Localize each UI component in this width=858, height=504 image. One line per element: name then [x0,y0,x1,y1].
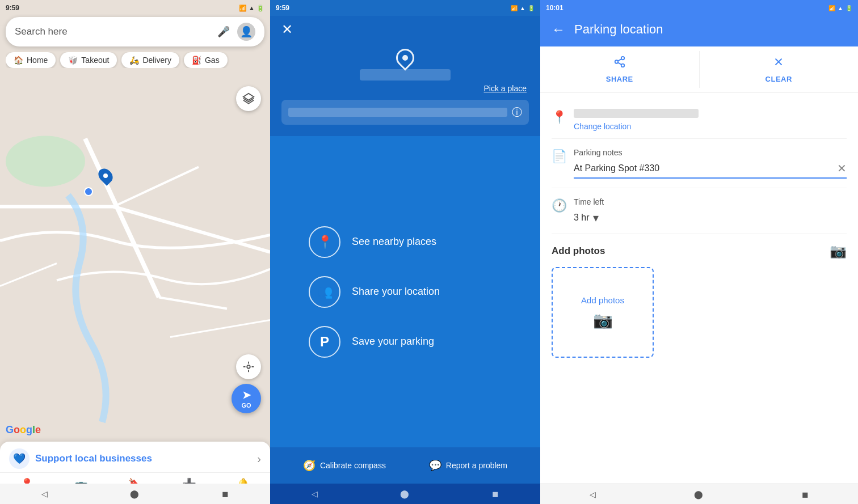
status-icons-1: 📶 ▲ 🔋 [239,5,264,12]
svg-point-10 [247,365,250,369]
search-placeholder: Search here [15,26,210,37]
location-marker-icon: 📍 [552,110,567,125]
svg-line-14 [618,62,621,65]
mic-icon[interactable]: 🎤 [216,24,232,40]
location-pin-icon [392,45,418,70]
svg-point-12 [615,60,619,63]
notes-clear-icon[interactable]: ✕ [837,162,847,175]
support-icon: 💙 [9,448,30,469]
layer-button[interactable] [236,86,261,111]
pill-delivery[interactable]: 🛵 Delivery [121,52,179,68]
back-button[interactable]: ← [552,22,565,37]
status-bar-1: 9:59 📶 ▲ 🔋 [0,0,270,16]
screen1-maps-explore: 9:59 📶 ▲ 🔋 [0,0,270,504]
support-banner[interactable]: 💙 Support local businesses › [0,442,270,476]
pill-gas[interactable]: ⛽ Gas [184,52,228,68]
pill-home[interactable]: 🏠 Home [6,52,56,68]
pick-a-place-row: Pick a place [281,84,529,93]
parking-notes-row: 📄 Parking notes At Parking Spot #330 ✕ [552,139,847,188]
screen2-actions: 📍 See nearby places 👥 Share your locatio… [270,136,540,447]
share-circle: 👥 [309,276,340,308]
user-avatar[interactable]: 👤 [237,23,255,41]
notes-input[interactable]: At Parking Spot #330 [574,163,837,173]
svg-point-1 [6,136,85,187]
parking-icon: P [320,334,329,350]
time-value: 3 hr [574,213,590,223]
share-people-icon: 👥 [317,285,333,299]
location-input-blurred [288,108,507,117]
parking-location-row: 📍 Change location [552,102,847,139]
share-action-item[interactable]: SHARE [540,46,699,92]
location-input-row[interactable]: ⓘ [281,100,529,125]
close-button[interactable]: ✕ [281,22,293,37]
system-nav-2: ◁ ⬤ ◼ [270,484,540,504]
nearby-label: See nearby places [352,236,436,248]
clock-icon: 🕐 [552,198,567,213]
parking-circle: P [309,326,340,358]
system-nav-1: ◁ ⬤ ◼ [0,484,270,504]
dropdown-arrow-icon[interactable]: ▾ [593,211,599,225]
action-share-location[interactable]: 👥 Share your location [309,276,502,308]
action-nearby[interactable]: 📍 See nearby places [309,226,502,258]
report-icon: 💬 [429,459,441,472]
screen2-top-panel: ✕ Pick a place ⓘ [270,16,540,136]
notes-label: Parking notes [574,148,847,157]
parking-photos-row: Add photos 📷 Add photos 📷 [552,234,847,367]
recent-system-btn[interactable]: ◼ [222,489,229,498]
report-action[interactable]: 💬 Report a problem [429,459,507,472]
share-icon [613,56,626,71]
svg-line-15 [618,59,621,61]
home-system-btn-3[interactable]: ⬤ [694,490,703,499]
location-name-blurred [360,69,451,81]
info-icon[interactable]: ⓘ [512,105,522,119]
svg-point-11 [621,57,625,60]
notes-icon: 📄 [552,149,567,164]
support-title: Support local businesses [35,453,152,464]
calibrate-action[interactable]: 🧭 Calibrate compass [303,459,386,472]
recent-system-btn-3[interactable]: ◼ [802,490,809,499]
location-button[interactable] [236,354,261,379]
svg-rect-0 [0,26,270,479]
screen2-location-panel: 9:59 📶 ▲ 🔋 ✕ Pick a place ⓘ [270,0,540,504]
pick-a-place-link[interactable]: Pick a place [484,84,527,93]
share-label: Share your location [352,286,440,298]
back-system-btn-3[interactable]: ◁ [590,490,596,499]
search-input-container[interactable]: Search here 🎤 👤 [6,17,264,46]
parking-header: ← Parking location [540,16,858,46]
back-system-btn[interactable]: ◁ [41,489,48,498]
parking-content: 📍 Change location 📄 Parking notes At Par… [540,93,858,484]
home-system-btn-2[interactable]: ⬤ [400,489,409,498]
add-photos-label: Add photos [581,295,624,305]
svg-point-13 [621,64,625,67]
google-logo: Google [6,424,41,436]
location-pin-container [281,44,529,69]
recent-system-btn-2[interactable]: ◼ [492,489,499,498]
add-photos-camera-icon: 📷 [593,311,613,329]
current-location-pin [84,187,93,196]
pill-takeout[interactable]: 🥡 Takeout [60,52,117,68]
screen3-parking: 10:01 📶 ▲ 🔋 ← Parking location SHARE [540,0,858,504]
clear-action-item[interactable]: CLEAR [700,46,859,92]
action-save-parking[interactable]: P Save your parking [309,326,502,358]
chevron-right-icon: › [257,452,261,465]
screen2-bottom-bar: 🧭 Calibrate compass 💬 Report a problem [270,447,540,484]
parking-time-row: 🕐 Time left 3 hr ▾ [552,188,847,234]
location-address-blurred [574,109,699,118]
status-bar-3: 10:01 📶 ▲ 🔋 [540,0,858,16]
time-label: Time left [574,197,847,206]
photos-title: Add photos [552,245,605,257]
status-time-1: 9:59 [6,4,19,12]
parking-title: Parking location [574,22,663,37]
category-pills: 🏠 Home 🥡 Takeout 🛵 Delivery ⛽ Gas [6,52,264,68]
search-bar: Search here 🎤 👤 [6,17,264,46]
back-system-btn-2[interactable]: ◁ [312,489,318,498]
status-bar-2: 9:59 📶 ▲ 🔋 [270,0,540,16]
home-system-btn[interactable]: ⬤ [130,489,139,498]
system-nav-3: ◁ ⬤ ◼ [540,484,858,504]
add-photos-box[interactable]: Add photos 📷 [552,267,654,358]
camera-icon[interactable]: 📷 [830,243,847,259]
go-button[interactable]: ➤ GO [232,384,261,413]
nearby-circle: 📍 [309,226,340,258]
change-location-link[interactable]: Change location [574,122,631,131]
nearby-icon: 📍 [317,235,333,249]
